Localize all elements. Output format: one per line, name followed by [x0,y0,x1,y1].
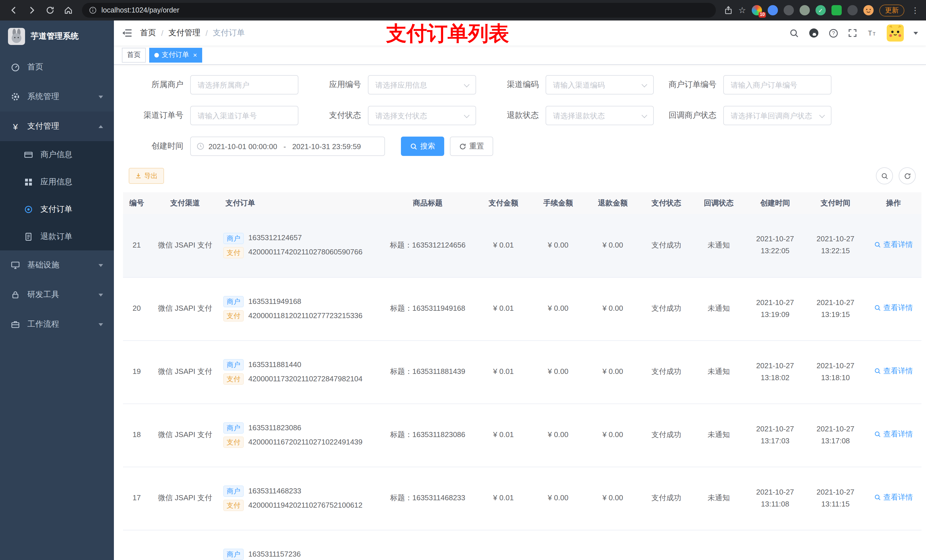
question-icon[interactable]: ? [829,28,838,38]
browser-menu-icon[interactable]: ⋮ [910,6,920,15]
extension-colorful-icon[interactable]: 10 [752,5,762,15]
view-details-link[interactable]: 查看详情 [874,429,913,441]
gear-icon [11,92,20,101]
merchant-input[interactable] [191,76,298,94]
merchant-no: 1635311468233 [248,485,301,497]
search-icon [874,305,881,312]
refund-status-input[interactable] [546,106,653,125]
sidebar-item-app-info[interactable]: 应用信息 [0,169,114,196]
create-time-value: 2021-10-27 13:11:08 [751,486,799,510]
browser-back-button[interactable] [6,2,22,18]
col-channel: 支付渠道 [150,192,220,214]
search-icon[interactable] [789,28,799,38]
date-start-value: 2021-10-01 00:00:00 [209,142,277,151]
pay-status-input[interactable] [368,106,475,125]
view-details-link[interactable]: 查看详情 [874,239,913,251]
sidebar-item-system[interactable]: 系统管理 [0,82,114,112]
browser-reload-button[interactable] [42,2,58,18]
extension-blue-icon[interactable] [768,5,778,15]
fullscreen-icon[interactable] [848,29,857,38]
sidebar-item-refund-order[interactable]: 退款订单 [0,223,114,251]
channel-order-no-input[interactable] [191,106,298,125]
sidebar-item-dev-tools[interactable]: 研发工具 [0,280,114,309]
sidebar-item-merchant-info[interactable]: 商户信息 [0,141,114,169]
github-icon[interactable] [809,28,819,38]
extension-grey-icon[interactable] [800,5,810,15]
notify-status-select[interactable] [723,106,831,125]
channel-order-no-field[interactable] [190,106,298,125]
extension-vue-icon[interactable]: ✓ [816,5,826,15]
sidebar-item-pay-order[interactable]: 支付订单 [0,196,114,223]
browser-update-button[interactable]: 更新 [879,4,904,16]
browser-forward-button[interactable] [24,2,40,18]
channel-code-input[interactable] [546,76,653,94]
cell-create-time: 2021-10-27 13:22:05 [745,214,805,277]
app-select[interactable] [368,75,476,95]
view-details-link[interactable]: 查看详情 [874,492,913,504]
refresh-table-button[interactable] [899,167,916,184]
sidebar-item-home[interactable]: 首页 [0,52,114,82]
page-content: 所属商户 应用编号 渠道编码 [114,65,926,560]
col-order: 支付订单 [220,192,379,214]
cell-create-time: 2021-10-27 13:17:03 [745,403,805,466]
merchant-select[interactable] [190,75,298,95]
cell-order: 商户1635311881440 支付4200001173202110272847… [220,340,379,403]
site-info-icon[interactable] [89,6,97,14]
date-end-value: 2021-10-31 23:59:59 [292,142,361,151]
address-bar[interactable]: localhost:1024/pay/order [82,3,716,18]
col-notify: 回调状态 [693,192,745,214]
sidebar-toggle-button[interactable] [122,29,132,38]
refund-status-select[interactable] [546,106,654,125]
cell-channel [150,530,220,560]
pay-time-value: 2021-10-27 13:11:15 [811,486,859,510]
main-area: 首页 / 支付管理 / 支付订单 支付订单列表 ? TT [114,21,926,560]
toggle-search-button[interactable] [876,167,893,184]
sidebar-item-payment[interactable]: ¥ 支付管理 [0,112,114,141]
tab-home[interactable]: 首页 [122,48,146,62]
table-row: 20 微信 JSAPI 支付 商户1635311949168 支付4200001… [123,277,921,340]
filter-channel-code: 渠道编码 [478,75,654,95]
sidebar-item-label: 商户信息 [41,150,72,160]
close-icon[interactable]: × [193,51,197,59]
share-icon[interactable] [723,6,733,15]
extension-pin-icon[interactable] [847,5,858,15]
extension-green-square-icon[interactable] [831,5,842,15]
sidebar-item-infrastructure[interactable]: 基础设施 [0,251,114,280]
bookmark-star-icon[interactable]: ☆ [738,5,746,15]
user-avatar[interactable] [887,24,904,42]
breadcrumb-pay-mgmt[interactable]: 支付管理 [169,28,200,38]
cell-notify: 未通知 [693,277,745,340]
date-range-picker[interactable]: 2021-10-01 00:00:00 - 2021-10-31 23:59:5… [190,137,385,156]
sidebar-item-workflow[interactable]: 工作流程 [0,309,114,339]
app-window: 芋道管理系统 首页 系统管理 ¥ 支付管理 [0,21,926,560]
user-dropdown-caret-icon[interactable] [914,32,918,35]
notify-status-input[interactable] [724,106,831,125]
merchant-tag: 商户 [223,233,244,244]
extension-dark-icon[interactable] [784,5,794,15]
browser-profile-avatar[interactable] [863,5,874,15]
col-id: 编号 [123,192,150,214]
reload-icon [45,6,54,15]
browser-right-controls: ☆ 10 ✓ 更新 ⋮ [723,4,920,16]
merchant-order-no-input[interactable] [724,76,831,94]
filter-label: 回调商户状态 [656,110,723,121]
export-button[interactable]: 导出 [129,168,164,184]
tab-pay-order[interactable]: 支付订单 × [149,48,202,62]
font-size-icon[interactable]: TT [867,29,877,38]
cell-id: 20 [123,277,150,340]
view-details-link[interactable]: 查看详情 [874,302,913,314]
breadcrumb-home[interactable]: 首页 [140,28,156,38]
channel-code-select[interactable] [546,75,654,95]
filter-channel-order-no: 渠道订单号 [123,106,298,125]
merchant-no: 1635311157236 [248,548,301,560]
reset-button[interactable]: 重置 [450,137,493,156]
pay-status-select[interactable] [368,106,476,125]
channel-no: 4200001181202110277723215336 [248,310,363,322]
cell-order: 商户1635311468233 支付4200001194202110276752… [220,466,379,530]
search-button[interactable]: 搜索 [401,137,444,156]
app-input[interactable] [368,76,475,94]
browser-home-button[interactable] [61,2,76,18]
merchant-order-no-field[interactable] [723,75,831,95]
view-details-link[interactable]: 查看详情 [874,365,913,377]
cell-status: 支付成功 [640,214,693,277]
